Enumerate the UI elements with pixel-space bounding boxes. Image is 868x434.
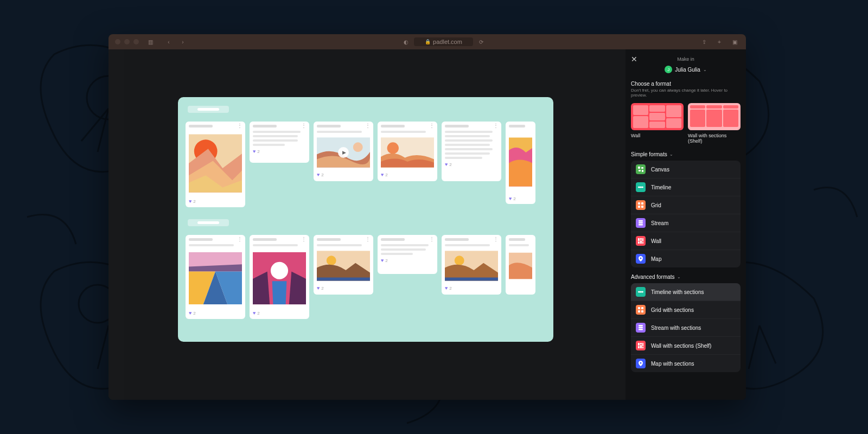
card-more-icon[interactable]: ⋮ (493, 238, 499, 240)
post-card[interactable]: ⋮ ♥2 (186, 122, 245, 207)
card-more-icon[interactable]: ⋮ (301, 125, 307, 127)
svg-rect-46 (641, 310, 643, 312)
post-card[interactable]: ⋮ ♥2 (442, 122, 501, 181)
share-icon[interactable]: ⇪ (699, 37, 709, 47)
svg-point-13 (327, 256, 336, 265)
reload-button[interactable]: ⟳ (476, 37, 486, 47)
format-item-grid[interactable]: Grid with sections (631, 301, 741, 319)
close-window-button[interactable] (115, 39, 120, 44)
svg-rect-27 (638, 206, 640, 208)
format-item-label: Timeline (651, 184, 671, 190)
post-card[interactable]: ⋮ ▶ ♥2 (314, 122, 373, 181)
heart-icon[interactable]: ♥ (509, 196, 512, 201)
heart-icon[interactable]: ♥ (317, 172, 320, 177)
heart-icon[interactable]: ♥ (381, 258, 384, 263)
post-card[interactable]: ⋮ ♥2 (186, 235, 245, 319)
format-item-stream[interactable]: Stream with sections (631, 319, 741, 337)
post-card[interactable]: ♥2 (506, 122, 535, 204)
card-more-icon[interactable]: ⋮ (301, 238, 307, 240)
post-card[interactable]: ⋮ ♥2 (314, 235, 373, 295)
svg-rect-29 (639, 220, 643, 222)
post-card[interactable]: ⋮ ♥2 (250, 235, 309, 319)
format-item-label: Timeline with sections (651, 289, 704, 295)
card-more-icon[interactable]: ⋮ (365, 125, 371, 127)
svg-rect-19 (639, 170, 641, 171)
svg-rect-36 (640, 240, 642, 244)
format-item-stream[interactable]: Stream (631, 214, 741, 232)
svg-rect-31 (639, 224, 643, 226)
post-card[interactable]: ⋮ ♥2 (442, 235, 501, 295)
format-card-wall[interactable]: Wall (631, 103, 684, 144)
card-more-icon[interactable]: ⋮ (429, 125, 435, 127)
svg-point-41 (640, 291, 642, 293)
card-more-icon[interactable]: ⋮ (429, 238, 435, 240)
wall-icon (636, 236, 646, 246)
card-more-icon[interactable]: ⋮ (237, 125, 242, 127)
card-row: ⋮ ♥2 ⋮ (186, 235, 546, 319)
section-header-2 (188, 219, 229, 226)
maximize-window-button[interactable] (133, 39, 139, 44)
format-item-map[interactable]: Map (631, 250, 741, 267)
back-button[interactable]: ‹ (164, 37, 174, 47)
stream-icon (636, 218, 646, 228)
map-icon (636, 359, 646, 368)
svg-point-7 (387, 142, 399, 154)
card-more-icon[interactable]: ⋮ (365, 238, 371, 240)
tabs-icon[interactable]: ▣ (730, 37, 739, 47)
heart-icon[interactable]: ♥ (189, 310, 192, 316)
svg-rect-45 (638, 310, 640, 312)
format-item-timeline[interactable]: Timeline with sections (631, 283, 741, 301)
simple-formats-header[interactable]: Simple formats ⌄ (631, 151, 741, 157)
svg-rect-51 (640, 343, 642, 344)
heart-icon[interactable]: ♥ (445, 285, 448, 291)
timeline-icon (636, 182, 646, 192)
format-item-label: Map with sections (651, 361, 694, 367)
choose-format-hint: Don't fret, you can always change it lat… (631, 88, 741, 98)
lock-icon: 🔒 (425, 39, 431, 44)
svg-rect-55 (642, 347, 643, 348)
svg-rect-48 (639, 327, 643, 329)
avatar: J (665, 66, 672, 73)
shield-icon[interactable]: ◐ (401, 37, 411, 47)
user-name: Julia Gulia (675, 67, 700, 73)
post-card[interactable]: ⋮ ♥2 (378, 122, 437, 181)
make-in-label: Make in (640, 56, 732, 62)
format-item-grid[interactable]: Grid (631, 196, 741, 214)
format-item-wall[interactable]: Wall (631, 232, 741, 250)
card-more-icon[interactable]: ⋮ (493, 125, 499, 127)
minimize-window-button[interactable] (124, 39, 130, 44)
sidebar-toggle-icon[interactable]: ▥ (145, 37, 155, 47)
svg-point-15 (455, 256, 464, 265)
heart-icon[interactable]: ♥ (253, 310, 256, 316)
post-card[interactable]: ⋮ ♥2 (378, 235, 437, 274)
svg-point-23 (640, 187, 642, 188)
svg-rect-18 (641, 167, 643, 169)
browser-toolbar: ▥ ‹ › ◐ 🔒 padlet.com ⟳ ⇪ + ▣ (108, 34, 746, 49)
svg-rect-37 (642, 242, 643, 244)
close-panel-button[interactable]: ✕ (631, 55, 640, 63)
address-bar[interactable]: 🔒 padlet.com (414, 37, 473, 46)
heart-icon[interactable]: ♥ (317, 285, 320, 291)
format-item-canvas[interactable]: Canvas (631, 161, 741, 178)
format-item-wall[interactable]: Wall with sections (Shelf) (631, 337, 741, 355)
window-controls[interactable] (115, 39, 139, 44)
card-more-icon[interactable]: ⋮ (237, 238, 242, 240)
heart-icon[interactable]: ♥ (189, 199, 192, 204)
post-card[interactable]: ⋮ ♥2 (250, 122, 309, 163)
play-icon[interactable]: ▶ (338, 147, 349, 158)
heart-icon[interactable]: ♥ (253, 149, 256, 154)
new-tab-icon[interactable]: + (714, 37, 724, 47)
heart-icon[interactable]: ♥ (381, 172, 384, 177)
post-card[interactable] (506, 235, 535, 295)
svg-rect-20 (642, 170, 643, 172)
advanced-formats-header[interactable]: Advanced formats ⌄ (631, 274, 741, 280)
format-item-label: Wall with sections (Shelf) (651, 343, 711, 349)
forward-button[interactable]: › (178, 37, 188, 47)
svg-rect-49 (639, 329, 643, 330)
svg-rect-30 (639, 222, 643, 224)
user-selector[interactable]: J Julia Gulia ⌄ (631, 66, 741, 73)
format-item-map[interactable]: Map with sections (631, 355, 741, 372)
format-card-shelf[interactable]: Wall with sections (Shelf) (688, 103, 741, 144)
heart-icon[interactable]: ♥ (445, 162, 448, 167)
format-item-timeline[interactable]: Timeline (631, 178, 741, 196)
